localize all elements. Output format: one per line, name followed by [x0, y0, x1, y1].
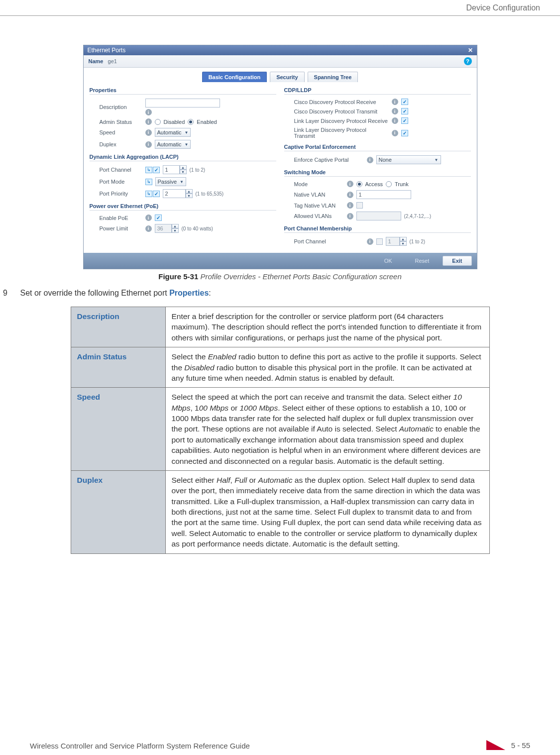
- radio-access[interactable]: [356, 181, 362, 187]
- th-admin: Admin Status: [71, 347, 165, 388]
- page-footer: Wireless Controller and Service Platform…: [0, 728, 560, 755]
- section-lacp: Dynamic Link Aggregation (LACP): [90, 154, 276, 161]
- close-icon[interactable]: ✕: [468, 47, 473, 54]
- info-icon: i: [392, 117, 398, 124]
- spin-up-icon[interactable]: ▲: [180, 165, 187, 170]
- portchan-value[interactable]: [386, 237, 400, 246]
- help-icon[interactable]: ?: [464, 57, 472, 65]
- text-italic: 00 Mbps: [199, 404, 228, 412]
- row-description: Description i: [100, 99, 276, 115]
- label-lldpr: Link Layer Discovery Protocol Receive: [294, 118, 389, 124]
- row-port-channel: Port Channel ↳ ✓ ▲▼ (1 to 2): [100, 165, 276, 174]
- cdpt-checkbox[interactable]: ✓: [401, 108, 408, 114]
- portchan-checkbox[interactable]: [376, 238, 383, 245]
- native-vlan-input[interactable]: [356, 190, 411, 199]
- label-mode: Mode: [294, 181, 344, 187]
- port-priority-value[interactable]: [163, 189, 186, 198]
- lldpt-checkbox[interactable]: ✓: [401, 130, 408, 136]
- spin-down-icon[interactable]: ▼: [180, 170, 187, 174]
- enable-poe-checkbox[interactable]: ✓: [155, 215, 162, 221]
- reset-button[interactable]: Reset: [406, 256, 439, 266]
- page-number: 5 - 55: [511, 741, 530, 750]
- table-row: Speed Select the speed at which the port…: [71, 388, 489, 471]
- ok-button[interactable]: OK: [375, 256, 402, 266]
- allowed-vlans-input[interactable]: [356, 212, 401, 220]
- port-priority-checkbox[interactable]: ↳ ✓: [145, 191, 160, 197]
- portchan-spinner[interactable]: ▲▼: [386, 237, 407, 246]
- port-mode-dropdown[interactable]: Passive ▼: [155, 177, 186, 186]
- tab-basic-configuration[interactable]: Basic Configuration: [202, 72, 267, 82]
- row-portchan: Port Channel i ▲▼ (1 to 2): [294, 237, 471, 246]
- info-icon: i: [367, 157, 373, 163]
- arrow-icon: ↳: [145, 167, 152, 173]
- info-icon: i: [145, 215, 152, 221]
- port-channel-checkbox[interactable]: ↳ ✓: [145, 167, 160, 173]
- exit-button[interactable]: Exit: [443, 256, 471, 266]
- row-enable-poe: Enable PoE i ✓: [100, 215, 276, 221]
- radio-trunk[interactable]: [386, 181, 392, 187]
- info-icon: i: [145, 109, 152, 115]
- td-speed: Select the speed at which the port can r…: [165, 388, 489, 471]
- tab-spanning-tree[interactable]: Spanning Tree: [308, 72, 358, 82]
- row-admin-status: Admin Status i Disabled Enabled: [100, 118, 276, 125]
- tab-security[interactable]: Security: [270, 72, 304, 82]
- lldpr-checkbox[interactable]: ✓: [401, 117, 408, 124]
- text: Select the: [172, 352, 208, 361]
- port-channel-spinner[interactable]: ▲▼: [163, 165, 187, 174]
- label-speed: Speed: [100, 129, 142, 135]
- label-port-channel: Port Channel: [100, 167, 142, 173]
- step-pre: Set or override the following Ethernet p…: [20, 289, 169, 297]
- dialog-title: Ethernet Ports: [88, 47, 126, 54]
- info-icon: i: [145, 141, 152, 148]
- section-properties: Properties: [90, 87, 276, 95]
- port-channel-value[interactable]: [163, 165, 180, 174]
- spin-up-icon[interactable]: ▲: [400, 237, 407, 241]
- tabbar: Basic Configuration Security Spanning Tr…: [84, 68, 477, 82]
- duplex-value: Automatic: [157, 141, 182, 147]
- row-tag-native: Tag Native VLAN i: [294, 202, 471, 209]
- spin-up-icon[interactable]: ▲: [186, 189, 193, 194]
- port-priority-spinner[interactable]: ▲▼: [163, 189, 193, 198]
- label-allowed: Allowed VLANs: [294, 213, 344, 219]
- info-icon: i: [145, 129, 152, 136]
- text: Select either: [172, 476, 217, 484]
- section-portchan: Port Channel Membership: [284, 225, 471, 233]
- radio-disabled[interactable]: [155, 119, 161, 125]
- duplex-dropdown[interactable]: Automatic ▼: [155, 140, 191, 149]
- label-cdpr: Cisco Discovery Protocol Receive: [294, 99, 389, 105]
- enforce-dropdown[interactable]: None ▼: [376, 155, 441, 164]
- row-mode: Mode i Access Trunk: [294, 181, 471, 187]
- table-row: Admin Status Select the Enabled radio bu…: [71, 347, 489, 388]
- label-enable-poe: Enable PoE: [100, 215, 142, 221]
- spin-down-icon[interactable]: ▼: [172, 228, 179, 233]
- step-post: :: [209, 289, 211, 297]
- page-header: Device Configuration: [0, 0, 560, 16]
- td-description: Enter a brief description for the contro…: [165, 307, 489, 347]
- page-content: Ethernet Ports ✕ Name ge1 ? Basic Config…: [0, 20, 560, 728]
- radio-enabled[interactable]: [188, 119, 194, 125]
- text-italic: Disabled: [184, 363, 214, 372]
- spin-up-icon[interactable]: ▲: [172, 224, 179, 228]
- power-limit-value[interactable]: [155, 224, 172, 233]
- section-cdp: CDP/LLDP: [284, 87, 471, 95]
- description-input[interactable]: [145, 99, 220, 108]
- text: as the duplex option. Select Half duplex…: [172, 476, 482, 548]
- radio-access-label: Access: [365, 181, 383, 187]
- radio-disabled-label: Disabled: [164, 119, 185, 125]
- power-limit-spinner[interactable]: ▲▼: [155, 224, 179, 233]
- name-label: Name: [89, 58, 104, 64]
- text-italic: Full: [234, 476, 247, 484]
- spin-down-icon[interactable]: ▼: [186, 194, 193, 198]
- row-lldpt: Link Layer Discovery Protocol Transmit i…: [294, 127, 471, 139]
- power-limit-range: (0 to 40 watts): [182, 226, 213, 231]
- chevron-icon: [486, 740, 505, 750]
- left-column: Properties Description i Admin Status i …: [90, 87, 276, 249]
- speed-dropdown[interactable]: Automatic ▼: [155, 128, 191, 137]
- spin-down-icon[interactable]: ▼: [400, 241, 407, 246]
- cdpr-checkbox[interactable]: ✓: [401, 99, 408, 105]
- label-portchan: Port Channel: [294, 238, 364, 244]
- table-row: Duplex Select either Half, Full or Autom…: [71, 470, 489, 553]
- port-channel-range: (1 to 2): [190, 167, 206, 173]
- tag-native-checkbox[interactable]: [356, 202, 363, 209]
- step-line: 9 Set or override the following Ethernet…: [3, 289, 530, 298]
